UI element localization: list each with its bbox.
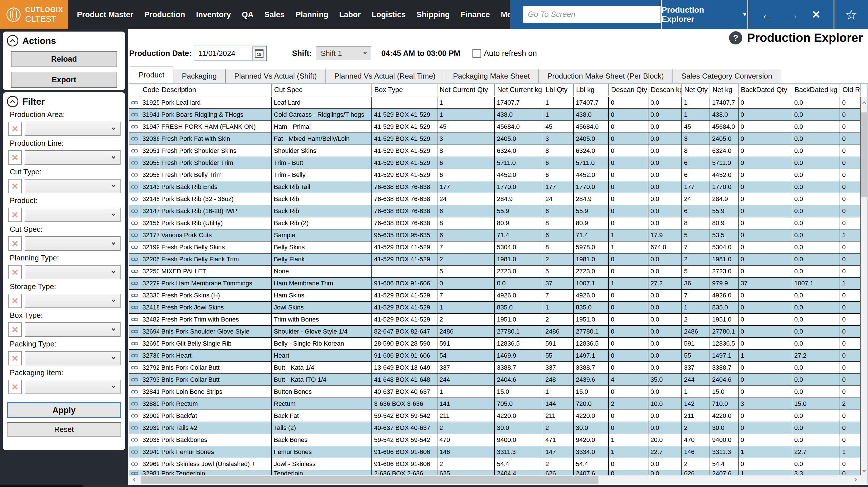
- link-icon[interactable]: [129, 290, 141, 301]
- close-screen-button[interactable]: ✕: [812, 8, 821, 21]
- clear-storage-type-button[interactable]: ✕: [8, 294, 22, 308]
- scroll-left-arrow[interactable]: [129, 476, 140, 484]
- link-icon[interactable]: [129, 338, 141, 349]
- tab-packaging[interactable]: Packaging: [174, 69, 226, 83]
- forward-arrow-button[interactable]: →: [786, 8, 799, 21]
- nav-menu-item-metrics[interactable]: Metrics: [495, 10, 510, 19]
- link-icon[interactable]: [129, 422, 141, 434]
- table-row[interactable]: 32694Bnls Pork Shoulder Glove StyleShoul…: [129, 326, 861, 338]
- nav-menu-item-finance[interactable]: Finance: [455, 10, 495, 19]
- product-select[interactable]: [25, 208, 121, 222]
- table-row[interactable]: 32177Various Pork CutsSample95-635 BOX 9…: [129, 229, 861, 241]
- column-header-net-kg[interactable]: Net kg: [710, 84, 739, 96]
- link-icon[interactable]: [129, 254, 141, 265]
- nav-menu-item-qa[interactable]: QA: [237, 10, 259, 19]
- table-row[interactable]: 32841Pork Loin Bone StripsButton Bones40…: [129, 386, 861, 398]
- clear-packaging-item-button[interactable]: ✕: [8, 380, 22, 394]
- link-icon[interactable]: [129, 278, 141, 289]
- column-header-old-retu[interactable]: Old Retu: [840, 84, 861, 96]
- table-row[interactable]: 32147Pork Back Rib (16-20) IWPBack Rib76…: [129, 205, 861, 218]
- table-row[interactable]: 32058Fresh Pork Belly TrimTrim - Belly41…: [129, 169, 861, 181]
- tab-production-make-sheet-per-block[interactable]: Production Make Sheet (Per Block): [539, 69, 673, 83]
- link-icon[interactable]: [129, 398, 141, 410]
- link-icon[interactable]: [129, 181, 141, 193]
- tab-sales-category-conversion[interactable]: Sales Category Conversion: [673, 69, 781, 83]
- table-row[interactable]: 32969Pork Skinless Jowl (Unslashed) +Jow…: [129, 458, 861, 470]
- production-date-input[interactable]: [195, 49, 252, 58]
- tab-packaging-make-sheet[interactable]: Packaging Make Sheet: [444, 69, 538, 83]
- vertical-scroll-thumb[interactable]: [861, 112, 867, 197]
- vertical-scrollbar[interactable]: [861, 97, 867, 476]
- scroll-down-arrow[interactable]: [861, 465, 867, 476]
- clear-production-line-button[interactable]: ✕: [8, 150, 22, 165]
- column-header-net-current-kg[interactable]: Net Current kg: [495, 84, 544, 96]
- table-row[interactable]: 32199Fresh Pork Belly SkinsBelly Skins41…: [129, 241, 861, 254]
- auto-refresh-checkbox[interactable]: [472, 49, 481, 58]
- column-header-description[interactable]: Description: [159, 84, 272, 96]
- table-row[interactable]: 32902Pork BackfatBack Fat59-542 BOX 59-5…: [129, 410, 861, 422]
- packing-type-select[interactable]: [25, 351, 121, 365]
- link-icon[interactable]: [129, 97, 141, 108]
- table-row[interactable]: 32482Fresh Pork Trim with BonesTrim with…: [129, 314, 861, 326]
- table-row[interactable]: 32932Pork Tails #2Tails (2)40-637 BOX 40…: [129, 422, 861, 434]
- table-row[interactable]: 32145Pork Back Rib (32 - 36oz)Back Rib76…: [129, 193, 861, 205]
- calendar-picker-button[interactable]: 15: [252, 46, 266, 60]
- table-row[interactable]: 32250MIXED PALLETNone52723.052723.000.05…: [129, 266, 861, 278]
- link-icon[interactable]: [129, 109, 141, 121]
- table-row[interactable]: 32036Fresh Pork Fat with SkinFat - Mixed…: [129, 133, 861, 145]
- tab-product[interactable]: Product: [130, 67, 174, 83]
- column-header-descan-kg[interactable]: Descan kg: [648, 84, 682, 96]
- link-icon[interactable]: [129, 266, 141, 277]
- link-icon[interactable]: [129, 218, 141, 229]
- storage-type-select[interactable]: [25, 294, 121, 308]
- column-header-backdated-kg[interactable]: BackDated kg: [792, 84, 840, 96]
- nav-menu-item-sales[interactable]: Sales: [259, 10, 290, 19]
- favorite-star-button[interactable]: ☆: [834, 0, 868, 29]
- table-row[interactable]: 32695Pork Gilt Belly Single RibBelly - S…: [129, 338, 861, 350]
- link-icon[interactable]: [129, 362, 141, 374]
- nav-menu-item-shipping[interactable]: Shipping: [411, 10, 455, 19]
- link-icon[interactable]: [129, 302, 141, 313]
- table-row[interactable]: 32279Pork Ham Membrane TrimmingsHam Memb…: [129, 278, 861, 290]
- link-icon[interactable]: [129, 121, 141, 132]
- horizontal-scrollbar[interactable]: [129, 475, 861, 484]
- column-header-net-current-qty[interactable]: Net Current Qty: [437, 84, 495, 96]
- table-row[interactable]: 32330Fresh Pork Skins (H)Ham Skins41-529…: [129, 290, 861, 302]
- nav-menu-item-labor[interactable]: Labor: [334, 10, 366, 19]
- link-icon[interactable]: [129, 193, 141, 205]
- reset-filter-button[interactable]: Reset: [7, 422, 121, 436]
- table-row[interactable]: 32143Pork Back Rib EndsBack Rib Tail76-6…: [129, 181, 861, 193]
- column-header-backdated-qty[interactable]: BackDated Qty: [739, 84, 792, 96]
- tab-planned-vs-actual-real-time[interactable]: Planned Vs Actual (Real Time): [326, 69, 445, 83]
- reload-button[interactable]: Reload: [11, 51, 117, 67]
- table-row[interactable]: 32938Pork BackbonesBack Bones59-542 BOX …: [129, 434, 861, 446]
- column-header-box-type[interactable]: Box Type: [372, 84, 437, 96]
- link-icon[interactable]: [129, 145, 141, 157]
- clear-planning-type-button[interactable]: ✕: [8, 265, 22, 279]
- table-row[interactable]: 31925Pork Leaf lardLeaf Lard117407.71174…: [129, 97, 861, 109]
- table-row[interactable]: 32055Fresh Pork Shoulder TrimTrim - Butt…: [129, 157, 861, 169]
- tab-planned-vs-actual-shift[interactable]: Planned Vs Actual (Shift): [226, 69, 326, 83]
- scroll-right-arrow[interactable]: [849, 476, 861, 484]
- back-arrow-button[interactable]: ←: [761, 8, 774, 21]
- nav-menu-item-logistics[interactable]: Logistics: [366, 10, 411, 19]
- table-row[interactable]: 31941Pork Boars Ridgling & THogsCold Car…: [129, 109, 861, 121]
- link-icon[interactable]: [129, 350, 141, 361]
- clear-product-button[interactable]: ✕: [8, 208, 22, 222]
- link-icon[interactable]: [129, 374, 141, 386]
- link-icon[interactable]: [129, 241, 141, 253]
- production-area-select[interactable]: [25, 122, 121, 136]
- nav-menu-item-product-master[interactable]: Product Master: [71, 10, 139, 19]
- horizontal-scroll-thumb[interactable]: [141, 476, 598, 484]
- box-type-select[interactable]: [25, 322, 121, 337]
- column-header-descan-qty[interactable]: Descan Qty: [609, 84, 648, 96]
- table-row[interactable]: 31947FRESH PORK HAM (FLANK ON)Ham - Prim…: [129, 121, 861, 133]
- link-icon[interactable]: [129, 326, 141, 337]
- column-header-cut-spec[interactable]: Cut Spec: [272, 84, 372, 96]
- scroll-up-arrow[interactable]: [861, 97, 867, 108]
- column-header-net-qty[interactable]: Net Qty: [682, 84, 710, 96]
- clear-production-area-button[interactable]: ✕: [8, 122, 22, 136]
- planning-type-select[interactable]: [25, 265, 121, 279]
- column-header-lbl-qty[interactable]: Lbl Qty: [544, 84, 574, 96]
- collapse-filter-icon[interactable]: [7, 96, 19, 107]
